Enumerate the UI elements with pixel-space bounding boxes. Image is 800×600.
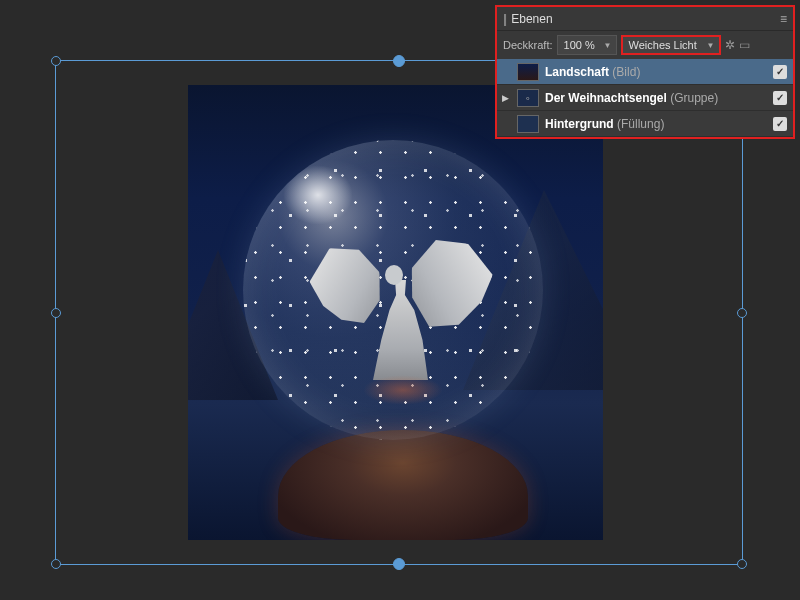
layers-list: Landschaft (Bild) ✓ ▶ ◦ Der Weihnachtsen…	[497, 59, 793, 137]
visibility-checkbox[interactable]: ✓	[773, 65, 787, 79]
opacity-label: Deckkraft:	[503, 39, 553, 51]
layer-thumbnail[interactable]: ◦	[517, 89, 539, 107]
panel-title: Ebenen	[511, 12, 780, 26]
visibility-checkbox[interactable]: ✓	[773, 91, 787, 105]
chevron-down-icon: ▼	[707, 41, 715, 50]
gear-icon[interactable]: ✲	[725, 38, 735, 52]
handle-middle-left[interactable]	[51, 308, 61, 318]
panel-menu-icon[interactable]: ≡	[780, 12, 787, 26]
expand-icon[interactable]: ▶	[499, 93, 511, 103]
layer-name: Hintergrund (Füllung)	[545, 117, 767, 131]
opacity-value: 100 %	[564, 39, 595, 51]
blend-mode-value: Weiches Licht	[629, 39, 697, 51]
handle-middle-right[interactable]	[737, 308, 747, 318]
chevron-down-icon: ▼	[604, 41, 612, 50]
opacity-dropdown[interactable]: 100 % ▼	[557, 35, 617, 55]
layer-name: Der Weihnachtsengel (Gruppe)	[545, 91, 767, 105]
grip-icon[interactable]: ||	[503, 12, 505, 26]
handle-bottom-left[interactable]	[51, 559, 61, 569]
layer-row[interactable]: Landschaft (Bild) ✓	[497, 59, 793, 85]
panel-header[interactable]: || Ebenen ≡	[497, 7, 793, 31]
layer-thumbnail[interactable]	[517, 115, 539, 133]
visibility-checkbox[interactable]: ✓	[773, 117, 787, 131]
handle-top-middle[interactable]	[393, 55, 405, 67]
handle-bottom-middle[interactable]	[393, 558, 405, 570]
layer-row[interactable]: Hintergrund (Füllung) ✓	[497, 111, 793, 137]
layer-name: Landschaft (Bild)	[545, 65, 767, 79]
blend-mode-dropdown[interactable]: Weiches Licht ▼	[621, 35, 721, 55]
handle-top-left[interactable]	[51, 56, 61, 66]
layers-panel: || Ebenen ≡ Deckkraft: 100 % ▼ Weiches L…	[495, 5, 795, 139]
layer-thumbnail[interactable]	[517, 63, 539, 81]
panel-controls: Deckkraft: 100 % ▼ Weiches Licht ▼ ✲ ▭	[497, 31, 793, 59]
lock-icon[interactable]: ▭	[739, 38, 750, 52]
handle-bottom-right[interactable]	[737, 559, 747, 569]
layer-row[interactable]: ▶ ◦ Der Weihnachtsengel (Gruppe) ✓	[497, 85, 793, 111]
